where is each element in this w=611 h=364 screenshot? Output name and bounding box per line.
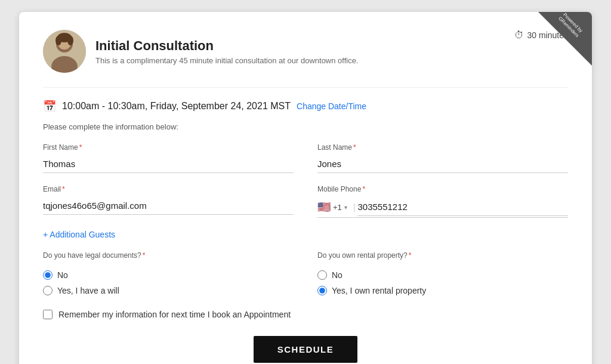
- legal-docs-no-radio[interactable]: [43, 270, 53, 280]
- schedule-btn-row: SCHEDULE: [43, 336, 568, 363]
- calendar-icon: 📅: [43, 100, 56, 113]
- legal-docs-yes-option[interactable]: Yes, I have a will: [43, 286, 294, 295]
- remember-checkbox[interactable]: [43, 310, 53, 319]
- last-name-group: Last Name*: [317, 143, 568, 173]
- legal-docs-group: Do you have legal documents?* No Yes, I …: [43, 251, 294, 295]
- datetime-bar: 📅 10:00am - 10:30am, Friday, September 2…: [43, 100, 568, 113]
- page-description: This is a complimentary 45 minute initia…: [95, 56, 359, 65]
- divider: [43, 87, 568, 88]
- remember-row: Remember my information for next time I …: [43, 310, 568, 319]
- header-info: Initial Consultation This is a complimen…: [95, 38, 359, 65]
- schedule-button[interactable]: SCHEDULE: [254, 336, 358, 363]
- email-label: Email*: [43, 185, 294, 193]
- chevron-down-icon: ▾: [344, 204, 347, 211]
- phone-separator: |: [353, 202, 356, 212]
- rental-yes-option[interactable]: Yes, I own rental property: [317, 286, 568, 295]
- phone-group: Mobile Phone* 🇺🇸 +1 ▾ |: [317, 185, 568, 218]
- add-guests-link[interactable]: + Additional Guests: [43, 230, 115, 239]
- header-left: Initial Consultation This is a complimen…: [43, 30, 359, 73]
- legal-docs-no-option[interactable]: No: [43, 270, 294, 280]
- email-group: Email*: [43, 185, 294, 218]
- datetime-text: 10:00am - 10:30am, Friday, September 24,…: [62, 101, 291, 112]
- rental-no-label: No: [332, 270, 342, 280]
- email-input[interactable]: [43, 197, 294, 215]
- legal-docs-no-label: No: [57, 270, 68, 280]
- contact-row: Email* Mobile Phone* 🇺🇸 +1 ▾ |: [43, 185, 568, 218]
- legal-docs-label: Do you have legal documents?*: [43, 251, 294, 260]
- avatar: [43, 30, 86, 73]
- name-row: First Name* Last Name*: [43, 143, 568, 173]
- last-name-label: Last Name*: [317, 143, 568, 152]
- remember-label: Remember my information for next time I …: [58, 310, 291, 319]
- phone-label: Mobile Phone*: [317, 185, 568, 193]
- legal-docs-yes-label: Yes, I have a will: [57, 286, 119, 295]
- first-name-group: First Name*: [43, 143, 294, 173]
- rental-no-radio[interactable]: [317, 270, 327, 280]
- change-datetime-link[interactable]: Change Date/Time: [297, 101, 366, 111]
- rental-label: Do you own rental property?*: [317, 251, 568, 260]
- main-card: Powered by GReminders: [19, 12, 592, 364]
- svg-point-5: [55, 36, 61, 45]
- instructions-text: Please complete the information below:: [43, 122, 568, 131]
- page-title: Initial Consultation: [95, 38, 359, 54]
- rental-group: Do you own rental property?* No Yes, I o…: [317, 251, 568, 295]
- rental-no-option[interactable]: No: [317, 270, 568, 280]
- svg-point-6: [67, 36, 73, 45]
- phone-input-group: 🇺🇸 +1 ▾ |: [317, 197, 568, 218]
- radio-row: Do you have legal documents?* No Yes, I …: [43, 251, 568, 295]
- first-name-input[interactable]: [43, 155, 294, 173]
- first-name-label: First Name*: [43, 143, 294, 152]
- avatar-image: [43, 30, 86, 73]
- phone-input[interactable]: [357, 198, 568, 216]
- clock-icon: ⏱: [514, 30, 524, 41]
- phone-country-selector[interactable]: 🇺🇸 +1 ▾: [317, 197, 351, 217]
- country-code: +1: [333, 203, 342, 212]
- flag-icon: 🇺🇸: [317, 200, 331, 214]
- last-name-input[interactable]: [317, 155, 568, 173]
- rental-yes-label: Yes, I own rental property: [332, 286, 426, 295]
- legal-docs-yes-radio[interactable]: [43, 286, 53, 295]
- header: Initial Consultation This is a complimen…: [43, 30, 568, 73]
- rental-yes-radio[interactable]: [317, 286, 327, 295]
